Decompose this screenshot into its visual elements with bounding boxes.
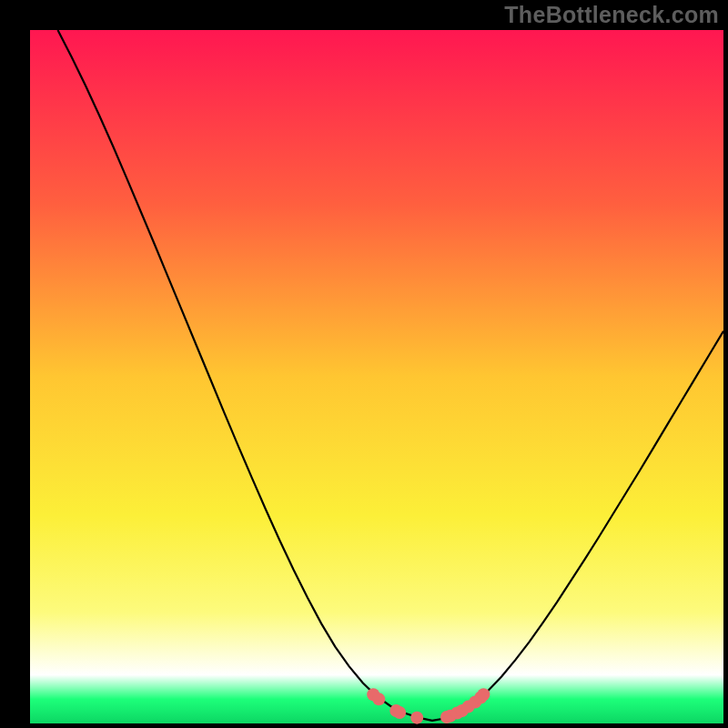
- plot-background-gradient: [30, 30, 723, 723]
- bottleneck-chart: [0, 0, 728, 728]
- chart-frame: { "watermark": "TheBottleneck.com", "col…: [0, 0, 728, 728]
- highlight-marker: [372, 693, 385, 705]
- highlight-marker: [477, 688, 490, 701]
- highlight-marker: [410, 712, 423, 724]
- watermark-text: TheBottleneck.com: [504, 2, 719, 28]
- highlight-marker: [393, 706, 406, 719]
